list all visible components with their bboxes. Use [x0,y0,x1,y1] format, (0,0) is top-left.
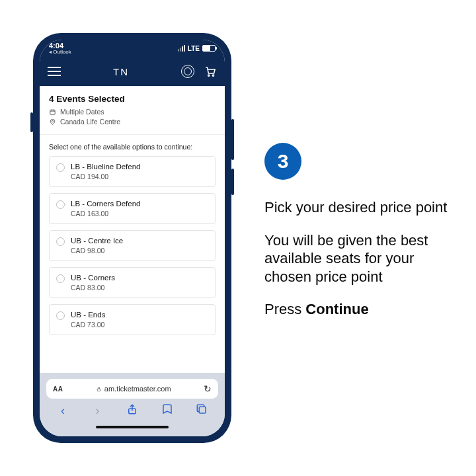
caption-line-3: Press Continue [264,300,369,319]
reload-icon[interactable]: ↻ [204,383,212,394]
caption-line-1: Pick your desired price point [264,198,447,217]
svg-rect-4 [97,389,100,391]
account-icon[interactable] [181,65,194,78]
phone-screen: 4:04 ◂ Outlook LTE TN [40,40,225,436]
option-name: UB - Centre Ice [71,237,123,245]
step-number-badge: 3 [264,143,301,180]
radio-icon[interactable] [56,163,65,172]
price-option[interactable]: UB - Centre Ice CAD 98.00 [49,230,216,261]
phone-frame: 4:04 ◂ Outlook LTE TN [33,33,231,443]
option-price: CAD 163.00 [71,210,140,218]
status-bar: 4:04 ◂ Outlook LTE [40,40,225,57]
option-name: LB - Corners Defend [71,200,140,208]
price-options-list: LB - Blueline Defend CAD 194.00 LB - Cor… [40,156,225,342]
svg-point-1 [212,75,214,76]
calendar-icon [49,108,56,116]
network-label: LTE [188,45,200,52]
back-to-app[interactable]: ◂ Outlook [49,50,71,55]
signal-icon [178,45,185,52]
safari-chrome: AA am.ticketmaster.com ↻ ‹ › [40,373,225,436]
option-price: CAD 73.00 [71,321,105,329]
battery-icon [202,45,216,52]
radio-icon[interactable] [56,200,65,209]
svg-point-3 [52,120,53,122]
option-name: LB - Blueline Defend [71,163,140,171]
option-name: UB - Ends [71,311,105,319]
price-option[interactable]: LB - Blueline Defend CAD 194.00 [49,156,216,187]
instruction-caption: 3 Pick your desired price point You will… [264,143,450,333]
option-price: CAD 98.00 [71,247,123,255]
url-domain: am.ticketmaster.com [104,385,171,393]
price-option[interactable]: LB - Corners Defend CAD 163.00 [49,193,216,224]
svg-rect-2 [50,110,55,114]
cart-icon[interactable] [204,65,217,77]
location-icon [49,118,56,126]
home-indicator[interactable] [96,426,169,428]
radio-icon[interactable] [56,237,65,246]
price-option[interactable]: UB - Ends CAD 73.00 [49,304,216,335]
nav-forward-icon: › [87,404,109,418]
option-price: CAD 83.00 [71,284,115,292]
svg-rect-6 [199,407,206,413]
option-price: CAD 194.00 [71,173,140,180]
event-dates: Multiple Dates [49,108,216,116]
radio-icon[interactable] [56,274,65,283]
svg-point-0 [208,75,210,76]
option-name: UB - Corners [71,274,115,282]
app-logo: TN [113,66,129,77]
text-size-button[interactable]: AA [53,385,63,393]
instruction-text: Select one of the available options to c… [40,135,225,156]
share-icon[interactable] [121,403,143,418]
price-option[interactable]: UB - Corners CAD 83.00 [49,267,216,298]
event-venue: Canada Life Centre [49,118,216,126]
caption-line-2: You will be given the best available sea… [264,231,450,286]
app-bar: TN [40,57,225,86]
radio-icon[interactable] [56,311,65,320]
selection-header: 4 Events Selected Multiple Dates Canada … [40,86,225,135]
nav-back-icon[interactable]: ‹ [52,404,74,418]
bookmarks-icon[interactable] [156,403,178,418]
url-bar[interactable]: AA am.ticketmaster.com ↻ [46,379,218,399]
tabs-icon[interactable] [190,403,213,418]
lock-icon [96,386,102,392]
events-selected-title: 4 Events Selected [49,94,216,104]
menu-icon[interactable] [48,67,61,76]
